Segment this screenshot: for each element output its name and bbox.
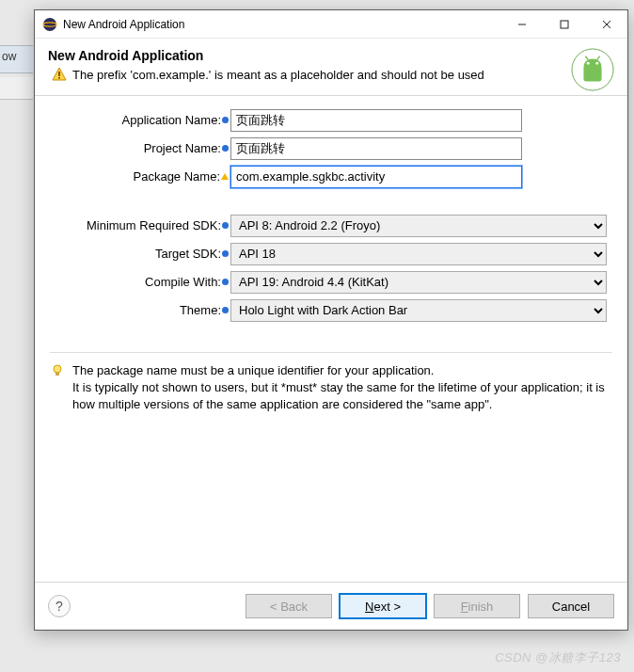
window-title: New Android Application bbox=[63, 18, 500, 31]
back-button: < Back bbox=[246, 594, 332, 618]
project-name-label: Project Name: bbox=[52, 141, 230, 155]
application-name-input[interactable] bbox=[230, 109, 522, 132]
svg-point-10 bbox=[595, 62, 598, 65]
theme-label: Theme: bbox=[52, 303, 230, 317]
min-sdk-label: Minimum Required SDK: bbox=[52, 218, 230, 232]
maximize-button[interactable] bbox=[543, 10, 585, 38]
info-icon bbox=[222, 117, 229, 123]
help-button[interactable]: ? bbox=[48, 595, 71, 617]
background-toolbar bbox=[0, 77, 33, 100]
form-area: Application Name: Project Name: Package … bbox=[35, 96, 627, 335]
svg-point-9 bbox=[587, 62, 590, 65]
svg-rect-6 bbox=[58, 72, 60, 76]
compile-with-select[interactable]: API 19: Android 4.4 (KitKat) bbox=[230, 271, 607, 294]
theme-select[interactable]: Holo Light with Dark Action Bar bbox=[230, 299, 607, 322]
android-icon bbox=[571, 48, 614, 91]
minimize-button[interactable] bbox=[500, 10, 543, 38]
target-sdk-select[interactable]: API 18 bbox=[230, 243, 607, 265]
compile-label: Compile With: bbox=[52, 275, 230, 289]
project-name-input[interactable] bbox=[230, 137, 522, 160]
new-android-app-dialog: New Android Application New Android Appl… bbox=[34, 9, 628, 631]
eclipse-icon bbox=[42, 17, 57, 32]
package-name-label: Package Name: bbox=[52, 169, 230, 184]
field-warning-icon bbox=[221, 173, 229, 180]
lightbulb-icon bbox=[50, 363, 65, 378]
close-button[interactable] bbox=[585, 10, 627, 38]
info-icon bbox=[222, 307, 229, 313]
finish-button: Finish bbox=[434, 594, 520, 618]
button-bar: ? < Back Next > Finish Cancel bbox=[35, 582, 627, 630]
hint-panel: The package name must be a unique identi… bbox=[50, 352, 612, 414]
info-icon bbox=[222, 279, 229, 285]
hint-text: The package name must be a unique identi… bbox=[72, 362, 612, 414]
dialog-heading: New Android Application bbox=[48, 48, 614, 63]
package-name-input[interactable] bbox=[230, 166, 522, 188]
info-icon bbox=[222, 222, 229, 229]
svg-rect-7 bbox=[58, 77, 60, 79]
warning-icon bbox=[52, 67, 67, 82]
svg-rect-3 bbox=[561, 21, 568, 28]
dialog-header: New Android Application The prefix 'com.… bbox=[35, 39, 627, 96]
watermark: CSDN @冰糖李子123 bbox=[495, 649, 621, 666]
min-sdk-select[interactable]: API 8: Android 2.2 (Froyo) bbox=[230, 215, 607, 237]
next-button[interactable]: Next > bbox=[340, 594, 426, 618]
background-tab-strip: ow bbox=[0, 45, 33, 73]
cancel-button[interactable]: Cancel bbox=[528, 594, 614, 618]
svg-rect-14 bbox=[55, 373, 59, 376]
app-name-label: Application Name: bbox=[52, 113, 230, 127]
warning-text: The prefix 'com.example.' is meant as a … bbox=[72, 67, 484, 84]
titlebar: New Android Application bbox=[35, 10, 627, 39]
info-icon bbox=[222, 250, 229, 257]
svg-point-13 bbox=[54, 365, 61, 373]
target-sdk-label: Target SDK: bbox=[52, 247, 230, 261]
svg-point-0 bbox=[43, 18, 56, 31]
info-icon bbox=[222, 145, 229, 152]
